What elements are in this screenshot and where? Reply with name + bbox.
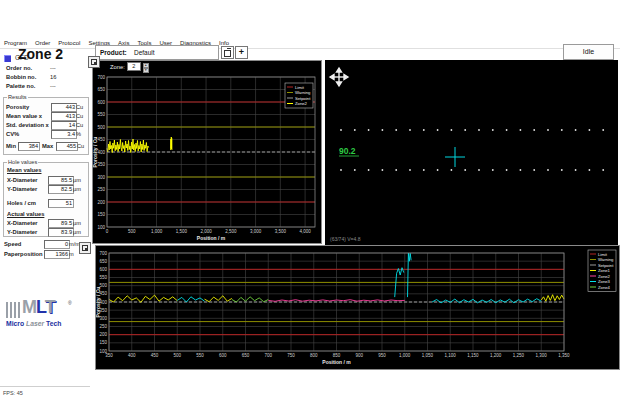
- zone-spinner[interactable]: ▲▼: [143, 63, 149, 70]
- camera-view[interactable]: 90.2 (63/74) V=4.8: [325, 60, 618, 245]
- product-label: Product:: [100, 49, 127, 56]
- svg-text:250: 250: [99, 324, 107, 329]
- speed-value: 0: [44, 240, 70, 249]
- min-value: 384: [18, 142, 40, 151]
- field-unit: µm: [73, 220, 81, 226]
- svg-text:Zone2: Zone2: [598, 274, 611, 279]
- field-value-box: 85.5: [48, 176, 74, 185]
- svg-text:1,050: 1,050: [422, 353, 434, 358]
- field-label: Porosity: [6, 104, 29, 110]
- paperposition-unit: m: [69, 251, 74, 257]
- results-group-title: Results: [7, 94, 28, 100]
- svg-text:3,000: 3,000: [250, 229, 262, 234]
- svg-text:Porosity / Cu: Porosity / Cu: [96, 287, 101, 318]
- product-value: Default: [134, 49, 155, 56]
- field-label: Order no.: [6, 65, 32, 71]
- field-row: Palette no.---: [6, 82, 90, 91]
- field-row: CV%3.4%: [6, 130, 86, 139]
- camera-move-icon[interactable]: [330, 68, 348, 86]
- svg-text:3,500: 3,500: [275, 229, 287, 234]
- logo-bars-icon: [6, 302, 20, 318]
- svg-text:850: 850: [333, 353, 341, 358]
- zone-detail-chart[interactable]: 05001,0001,5002,0002,5003,0003,5004,0001…: [92, 60, 322, 244]
- svg-text:2,000: 2,000: [200, 229, 212, 234]
- svg-text:Zone4: Zone4: [598, 285, 611, 290]
- popout-product-button[interactable]: [221, 46, 234, 59]
- field-value-box: 443: [51, 103, 77, 112]
- paperposition-row: Paperposition 1366 m: [4, 250, 88, 259]
- camera-status-text: (63/74) V=4.8: [330, 236, 360, 242]
- min-label: Min: [6, 143, 16, 149]
- zone-detail-chart-svg: 05001,0001,5002,0002,5003,0003,5004,0001…: [93, 61, 321, 243]
- svg-text:900: 900: [355, 353, 363, 358]
- field-value-box: 82.5: [48, 185, 74, 194]
- logo-subtitle: Micro Laser Tech: [6, 320, 61, 327]
- field-unit: µm: [73, 229, 81, 235]
- field-value: ---: [50, 65, 56, 71]
- fps-counter: FPS: 45: [3, 390, 23, 396]
- svg-text:1,000: 1,000: [151, 229, 163, 234]
- svg-text:1,500: 1,500: [176, 229, 188, 234]
- svg-text:Limit: Limit: [598, 252, 608, 257]
- chart-popout-icon[interactable]: [79, 242, 91, 254]
- field-label: X-Diameter: [7, 220, 38, 226]
- svg-text:1,100: 1,100: [445, 353, 457, 358]
- svg-text:500: 500: [173, 353, 181, 358]
- field-value-box: 83.9: [48, 228, 74, 237]
- svg-text:Warning: Warning: [598, 257, 614, 262]
- field-row: X-Diameter89.5µm: [7, 219, 87, 228]
- overview-chart[interactable]: 3504004505005506006507007508008509009501…: [95, 245, 620, 370]
- svg-text:Zone3: Zone3: [598, 279, 611, 284]
- field-row: Y-Diameter82.5µm: [7, 185, 87, 194]
- field-unit: Cu: [76, 104, 83, 110]
- spinner-down-icon: ▼: [143, 68, 149, 73]
- svg-text:2,500: 2,500: [225, 229, 237, 234]
- overview-chart-svg: 3504004505005506006507007508008509009501…: [96, 246, 619, 369]
- field-row: Bobbin no.16: [6, 73, 90, 82]
- svg-text:650: 650: [97, 87, 105, 92]
- field-unit: Cu: [76, 113, 83, 119]
- minmax-unit: Cu: [77, 143, 84, 149]
- svg-text:Position / m: Position / m: [322, 359, 351, 365]
- svg-text:550: 550: [99, 275, 107, 280]
- svg-text:1,350: 1,350: [558, 353, 570, 358]
- svg-text:300: 300: [97, 175, 105, 180]
- menu-bar: ProgramOrderProtocolSettingsAxisToolsUse…: [0, 39, 620, 49]
- holes-value: 51: [48, 199, 74, 208]
- field-label: Bobbin no.: [6, 74, 36, 80]
- field-value: 16: [50, 74, 56, 80]
- field-row: Order no.---: [6, 64, 90, 73]
- field-value-box: 3.4: [51, 130, 77, 139]
- actual-values-subhead: Actual values: [7, 211, 44, 217]
- field-value-box: 14: [51, 121, 77, 130]
- page-title: Zone 2: [18, 46, 63, 62]
- svg-text:600: 600: [97, 100, 105, 105]
- speed-row: Speed 0 m/min: [4, 240, 88, 249]
- idle-button[interactable]: Idle: [563, 44, 614, 60]
- svg-text:450: 450: [97, 137, 105, 142]
- svg-text:200: 200: [99, 332, 107, 337]
- svg-text:Position / m: Position / m: [197, 235, 226, 241]
- zone-selector-input[interactable]: 2: [127, 62, 141, 71]
- svg-text:700: 700: [264, 353, 272, 358]
- svg-text:250: 250: [97, 187, 105, 192]
- chart-popout-icon[interactable]: [88, 56, 100, 68]
- svg-text:Setpoint: Setpoint: [598, 263, 614, 268]
- results-group: Results Porosity443CuMean value x413CuSt…: [3, 97, 89, 155]
- svg-text:1,300: 1,300: [536, 353, 548, 358]
- svg-text:700: 700: [97, 75, 105, 80]
- logo-word: MLT: [22, 297, 55, 318]
- max-value: 455: [56, 142, 78, 151]
- app-icon: [4, 55, 11, 62]
- field-row: X-Diameter85.5µm: [7, 176, 87, 185]
- field-unit: Cu: [76, 122, 83, 128]
- add-product-button[interactable]: +: [235, 46, 248, 59]
- svg-text:1,250: 1,250: [513, 353, 525, 358]
- holes-row: Holes / cm 51: [7, 199, 87, 208]
- field-label: Std. deviation x: [6, 122, 49, 128]
- field-row: Std. deviation x14Cu: [6, 121, 86, 130]
- holes-label: Holes / cm: [7, 200, 36, 206]
- svg-text:100: 100: [97, 225, 105, 230]
- svg-text:Zone2: Zone2: [295, 101, 308, 106]
- zone-selector: Zone: 2 ▲▼: [110, 62, 149, 71]
